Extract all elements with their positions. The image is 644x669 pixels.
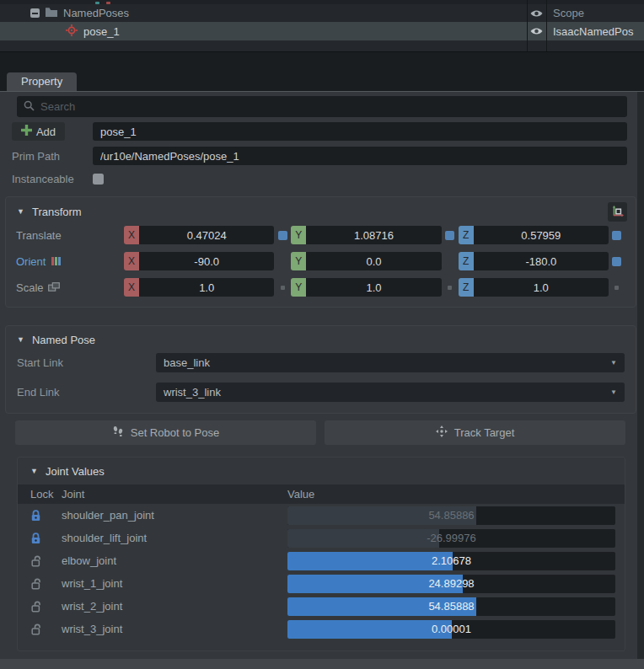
prim-type-cell: IsaacNamedPos: [546, 25, 644, 38]
instanceable-label: Instanceable: [12, 173, 93, 185]
orient-x-field[interactable]: -90.0: [139, 252, 274, 270]
orient-y-field[interactable]: 0.0: [306, 252, 441, 270]
track-target-button[interactable]: Track Target: [325, 420, 625, 445]
scale-y-field[interactable]: 1.0: [306, 278, 441, 297]
joint-value: 54.85886: [287, 506, 615, 525]
column-divider: [527, 0, 528, 51]
joint-value-slider[interactable]: 54.85886: [287, 506, 615, 525]
channel-link-square[interactable]: [612, 257, 621, 266]
joint-row: wrist_2_joint 54.85888: [18, 595, 625, 618]
joint-name: wrist_2_joint: [62, 600, 287, 613]
pose-name-field[interactable]: [93, 122, 627, 141]
orient-row: Orient X -90.0 Y 0.0 Z -180.0: [6, 252, 636, 270]
translate-z-field[interactable]: 0.57959: [474, 226, 609, 244]
tree-row-namedposes[interactable]: NamedPoses Scope: [0, 4, 644, 22]
transform-section: ▼ Transform Translate X 0.47024 Y: [5, 196, 636, 308]
axis-y-badge: Y: [291, 252, 306, 270]
end-link-dropdown[interactable]: wrist_3_link ▼: [156, 383, 625, 402]
scrollbar-track[interactable]: [637, 92, 644, 659]
end-link-label: End Link: [17, 386, 156, 399]
start-link-dropdown[interactable]: base_link ▼: [156, 353, 625, 372]
orient-label[interactable]: Orient: [16, 255, 124, 268]
track-target-button-label: Track Target: [454, 426, 515, 439]
column-divider: [546, 0, 547, 51]
scale-z-field[interactable]: 1.0: [474, 278, 609, 297]
channel-dot: [614, 286, 619, 290]
prim-path-field[interactable]: [93, 147, 627, 165]
stage-tree: NamedPoses Scope pose_1 IsaacNam: [0, 0, 644, 52]
joint-value-slider[interactable]: -26.99976: [287, 529, 615, 548]
named-pose-title: Named Pose: [32, 334, 95, 346]
joint-table-header: Lock Joint Value: [18, 484, 625, 504]
collapse-toggle-icon[interactable]: [30, 8, 40, 18]
lock-open-icon[interactable]: [30, 624, 62, 635]
tree-item-label: NamedPoses: [63, 7, 129, 19]
channel-link-square[interactable]: [445, 231, 454, 240]
visibility-eye-icon[interactable]: [527, 27, 546, 35]
joint-row: shoulder_lift_joint -26.99976: [18, 527, 625, 549]
translate-x-field[interactable]: 0.47024: [139, 226, 274, 244]
axis-x-badge: X: [124, 278, 139, 297]
translate-row: Translate X 0.47024 Y 1.08716 Z 0.57959: [6, 226, 636, 244]
joint-value: -26.99976: [287, 529, 615, 548]
joint-value-slider[interactable]: 24.89298: [287, 575, 615, 593]
tree-row-pose1[interactable]: pose_1 IsaacNamedPos: [0, 22, 644, 40]
lock-open-icon[interactable]: [30, 578, 62, 590]
instanceable-checkbox[interactable]: [93, 174, 104, 185]
tab-property[interactable]: Property: [7, 72, 77, 91]
start-link-value: base_link: [164, 356, 610, 369]
folder-icon: [46, 7, 57, 19]
joint-value-slider[interactable]: 0.00001: [287, 620, 615, 639]
search-box: [17, 96, 627, 117]
footsteps-icon: [112, 425, 124, 440]
collapse-arrow-icon[interactable]: ▼: [30, 467, 38, 475]
joint-name: wrist_3_joint: [62, 623, 287, 635]
channel-link-square[interactable]: [278, 231, 287, 240]
prim-path-label: Prim Path: [12, 150, 93, 163]
joint-value: 54.85888: [287, 597, 615, 616]
search-icon: [24, 100, 35, 114]
axis-x-badge: X: [124, 226, 139, 244]
lock-open-icon[interactable]: [30, 601, 62, 613]
lock-closed-icon[interactable]: [30, 533, 62, 544]
scale-row: Scale X 1.0 Y 1.0 Z 1.0: [6, 278, 636, 297]
transform-title: Transform: [32, 206, 82, 218]
joint-value: 2.10678: [287, 552, 615, 570]
lock-closed-icon[interactable]: [30, 510, 62, 522]
channel-dot: [448, 286, 452, 290]
translate-y-field[interactable]: 1.08716: [306, 226, 441, 244]
lock-open-icon[interactable]: [30, 555, 62, 567]
joint-name: wrist_1_joint: [62, 577, 287, 590]
search-input[interactable]: [40, 100, 620, 113]
orient-z-field[interactable]: -180.0: [474, 252, 609, 270]
value-column-header: Value: [287, 488, 625, 500]
joint-value-slider[interactable]: 54.85888: [287, 597, 615, 616]
channel-link-square[interactable]: [612, 231, 621, 240]
collapse-arrow-icon[interactable]: ▼: [17, 207, 24, 216]
property-panel: Add Prim Path Instanceable ▼ Transform: [0, 91, 644, 659]
visibility-eye-icon[interactable]: [527, 9, 546, 18]
move-target-icon: [436, 425, 448, 440]
translate-label: Translate: [16, 229, 124, 242]
joint-row: shoulder_pan_joint 54.85886: [18, 504, 625, 527]
scale-link-icon[interactable]: [48, 281, 60, 294]
named-pose-section: ▼ Named Pose Start Link base_link ▼ End …: [5, 325, 636, 414]
window-bottom-edge: [0, 659, 644, 669]
axis-x-badge: X: [124, 252, 139, 270]
add-button[interactable]: Add: [12, 122, 65, 141]
scale-x-field[interactable]: 1.0: [139, 278, 274, 297]
end-link-value: wrist_3_link: [164, 386, 610, 399]
start-link-label: Start Link: [17, 356, 156, 369]
collapse-arrow-icon[interactable]: ▼: [17, 335, 24, 344]
set-robot-button-label: Set Robot to Pose: [131, 426, 220, 439]
joint-name: shoulder_pan_joint: [62, 509, 287, 522]
panel-tab-bar: Property: [0, 72, 644, 91]
transform-axes-button[interactable]: [608, 202, 627, 222]
joint-value-slider[interactable]: 2.10678: [287, 552, 615, 570]
set-robot-to-pose-button[interactable]: Set Robot to Pose: [15, 420, 316, 445]
scale-label: Scale: [16, 281, 124, 294]
joint-values-section: ▼ Joint Values Lock Joint Value shoulder…: [17, 457, 625, 651]
joint-column-header: Joint: [62, 488, 287, 500]
prim-type-cell: Scope: [546, 7, 644, 19]
chevron-down-icon: ▼: [610, 359, 617, 367]
